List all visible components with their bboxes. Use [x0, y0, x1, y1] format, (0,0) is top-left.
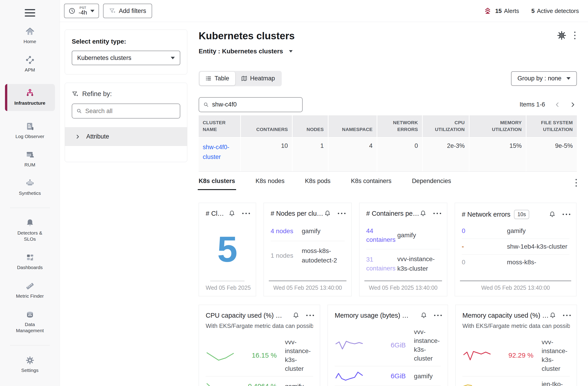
tab-dependencies[interactable]: Dependencies	[412, 178, 451, 190]
stat-label: vvv-instance-k3s-cluster	[397, 254, 440, 273]
alerts-count-link[interactable]: 15Alerts	[495, 7, 519, 15]
metric-value[interactable]: 92.29 %	[491, 351, 533, 359]
metric-value[interactable]: 64.94 %	[491, 385, 533, 386]
stat-label: gamify	[397, 231, 440, 240]
view-toggle-table[interactable]: Table	[200, 72, 235, 85]
bell-icon[interactable]	[549, 312, 556, 319]
sidebar-item-metric-finder[interactable]: Metric Finder	[5, 281, 55, 299]
sidebar-item-dashboards[interactable]: Dashboards	[5, 253, 55, 270]
column-header[interactable]: MEMORY UTILIZATION	[469, 115, 526, 137]
view-toggle-heatmap[interactable]: Heatmap	[235, 72, 281, 85]
stat-value-link[interactable]: 44 containers	[366, 226, 397, 244]
search-icon	[203, 102, 209, 108]
chevron-left-icon[interactable]	[554, 102, 561, 108]
clusters-count-card: # Cl… 5 Wed 05 Feb 2025 ·	[199, 203, 256, 296]
bell-icon[interactable]	[293, 312, 299, 319]
card-subtitle: With EKS/Fargate metric data can possibl…	[206, 322, 313, 329]
sidebar-item-data-management[interactable]: Data Management	[5, 310, 55, 334]
bell-icon[interactable]	[549, 211, 556, 218]
card-menu[interactable]	[338, 213, 346, 214]
stat-value[interactable]: 1 nodes	[271, 251, 302, 260]
stat-label: moss-k8s-autodetect-2	[302, 246, 345, 265]
stat-value-link[interactable]: 31 containers	[366, 255, 397, 273]
group-by-select[interactable]: Group by : none	[511, 71, 577, 86]
pagination-label: Items 1-6	[519, 101, 545, 108]
sidebar-item-synthetics[interactable]: Synthetics	[5, 179, 55, 196]
bell-icon[interactable]	[228, 210, 235, 217]
card-menu[interactable]	[434, 315, 442, 316]
column-header[interactable]: NAMESPACE	[329, 115, 377, 137]
stat-value-link[interactable]: 4 nodes	[271, 227, 302, 236]
settings-gear-button[interactable]	[557, 31, 567, 40]
menu-button[interactable]	[25, 9, 35, 17]
bell-icon[interactable]	[324, 210, 331, 217]
metric-row: 6GiB gamify	[335, 366, 441, 386]
cluster-name-link[interactable]: shw-c4f0-cluster	[203, 142, 236, 162]
card-menu[interactable]	[563, 214, 570, 215]
column-header[interactable]: NODES	[293, 115, 328, 137]
metric-label: vvv-instance-k3s-cluster	[285, 338, 313, 373]
attribute-expander[interactable]: Attribute	[65, 127, 187, 146]
sidebar-item-home[interactable]: Home	[5, 27, 55, 44]
infrastructure-icon	[25, 88, 35, 98]
column-header[interactable]: CONTAINERS	[241, 115, 292, 137]
stat-value[interactable]: -	[462, 242, 507, 251]
card-menu[interactable]	[242, 213, 250, 214]
sidebar-item-label: Log Observer	[15, 133, 44, 139]
metric-value[interactable]: 6GiB	[364, 372, 406, 380]
table-row-cell: 2e-3%	[423, 138, 469, 172]
search-all-input[interactable]	[85, 108, 176, 115]
time-range-value: -4h	[79, 10, 87, 16]
table-row-cell: 0	[377, 138, 422, 172]
table-row-cell: 9e-5%	[526, 138, 577, 172]
column-header[interactable]: CPU UTILIZATION	[423, 115, 469, 137]
alerts-label: Alerts	[504, 7, 519, 15]
time-range-picker[interactable]: PST -4h	[64, 4, 99, 18]
card-menu[interactable]	[433, 213, 441, 214]
tab-k8s-containers[interactable]: K8s containers	[351, 178, 392, 190]
bell-icon[interactable]	[420, 312, 427, 319]
bell-icon[interactable]	[420, 210, 427, 217]
entity-type-select[interactable]: Kubernetes clusters	[72, 51, 180, 65]
metric-value[interactable]: 6GiB	[364, 341, 406, 349]
chevron-right-icon[interactable]	[570, 102, 576, 108]
column-header[interactable]: NETWORK ERRORS	[377, 115, 422, 137]
rum-icon	[25, 150, 35, 159]
metric-value[interactable]: 16.15 %	[235, 351, 277, 359]
add-filters-button[interactable]: Add filters	[103, 4, 152, 18]
tab-k8s-clusters[interactable]: K8s clusters	[199, 178, 235, 190]
topbar: PST -4h Add filters 15Alerts 5Active det…	[60, 0, 588, 22]
tab-k8s-pods[interactable]: K8s pods	[305, 178, 331, 190]
home-icon	[25, 27, 35, 36]
card-title: # Network errors	[462, 211, 510, 218]
stat-value[interactable]: 0	[462, 258, 507, 267]
entity-type-value: Kubernetes clusters	[77, 55, 131, 62]
active-detectors-link[interactable]: 5Active detectors	[531, 7, 579, 15]
card-menu[interactable]	[563, 315, 571, 316]
bell-icon	[25, 218, 35, 228]
page-kebab-menu[interactable]	[574, 32, 575, 39]
apm-icon	[25, 55, 35, 64]
stat-value-link[interactable]: 0	[462, 226, 507, 235]
card-title: # Nodes per clu…	[271, 210, 323, 217]
list-icon	[206, 75, 211, 82]
sidebar-item-apm[interactable]: APM	[5, 55, 55, 73]
filter-panel: Select entity type: Kubernetes clusters …	[65, 29, 187, 162]
entity-selector[interactable]: Entity : Kubernetes clusters	[199, 48, 577, 55]
sidebar-item-label: Settings	[21, 367, 39, 373]
metric-value[interactable]: 0.4964 %	[235, 382, 277, 386]
card-menu[interactable]	[306, 315, 314, 316]
sidebar-item-log-observer[interactable]: Log Observer	[5, 122, 55, 139]
sidebar-item-infrastructure[interactable]: Infrastructure	[5, 84, 55, 111]
column-header[interactable]: FILE SYSTEM UTILIZATION	[526, 115, 577, 137]
tabs-kebab-menu[interactable]	[575, 179, 577, 187]
column-header[interactable]: CLUSTER NAME	[199, 115, 240, 137]
tab-k8s-nodes[interactable]: K8s nodes	[256, 178, 285, 190]
cluster-search-input[interactable]	[212, 101, 298, 108]
sidebar-item-rum[interactable]: RUM	[5, 150, 55, 168]
chevron-right-icon	[75, 134, 80, 139]
stat-label: shw-1eb4-k3s-cluster	[507, 242, 569, 251]
sidebar-item-detectors-slos[interactable]: Detectors & SLOs	[5, 218, 55, 242]
sidebar-item-settings[interactable]: Settings	[5, 356, 55, 373]
refine-by-card: Refine by: Attribute	[65, 83, 187, 162]
